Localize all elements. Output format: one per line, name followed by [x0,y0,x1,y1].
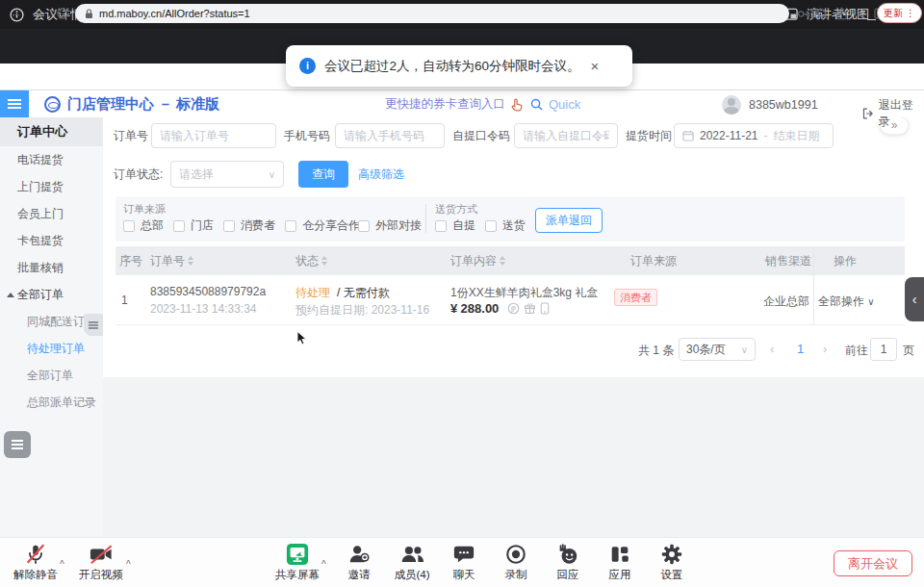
mic-options-icon[interactable]: ^ [60,559,64,570]
order-status-select[interactable]: 请选择 ∨ [170,161,284,188]
apps-button[interactable]: 应用 [592,541,648,585]
phone-icon[interactable] [540,302,550,315]
zoom-icon[interactable] [816,8,829,20]
th-index: 序号 [119,246,142,275]
chat-icon [452,543,475,566]
url-bar[interactable]: md.maboy.cn/AllOrder?status=1 [75,4,789,23]
promo-link[interactable]: 更快捷的券卡查询入口 [385,96,505,113]
page-size-select[interactable]: 30条/页 ∨ [679,338,756,361]
current-page[interactable]: 1 [797,342,804,356]
checkbox-icon[interactable] [435,220,447,232]
sidebar-item-phone-pickup[interactable]: 电话提货 [0,146,103,173]
checkbox-consumer[interactable]: 消费者 [223,217,275,234]
sidebar-item-door-pickup[interactable]: 上门提货 [0,173,103,200]
reactions-label: 回应 [557,568,579,582]
action-caret-icon: ∨ [867,296,874,307]
settings-button[interactable]: 设置 [644,541,700,585]
checkbox-icon[interactable] [358,220,370,232]
reload-icon[interactable] [56,7,69,20]
checkbox-icon[interactable] [123,220,135,232]
handle-lines-icon [89,324,98,326]
collapse-triangle-icon [7,293,14,297]
checkbox-self-pickup[interactable]: 自提 [435,217,475,234]
prev-page-icon[interactable]: ‹ [770,342,774,356]
status-placeholder: 请选择 [179,166,214,183]
quick-label[interactable]: Quick [549,97,580,112]
next-page-icon[interactable]: › [823,342,827,356]
quick-search-icon[interactable] [530,98,543,111]
members-button[interactable]: 成员(4) [384,541,440,585]
order-status-label: 订单状态: [114,161,163,188]
advanced-filter-link[interactable]: 高级筛选 [358,166,404,183]
row-action-dropdown[interactable]: 全部操作 ∨ [818,294,875,310]
bookmark-star-icon[interactable]: ☆ [855,5,867,22]
chrome-update-button[interactable]: 更新 ⋮ [877,3,922,23]
user-avatar[interactable] [722,95,741,115]
sidebar-group-all-orders[interactable]: 全部订单 [0,281,103,308]
back-icon[interactable]: ← [10,4,23,21]
checkbox-hq[interactable]: 总部 [123,217,164,234]
pickup-time-label: 提货时间 [626,123,672,148]
th-content[interactable]: 订单内容 [450,246,505,275]
th-channel: 销售渠道 [765,246,811,275]
sidebar-toggle-button[interactable] [0,90,29,117]
lock-icon [85,9,93,19]
row-content: 1份XX生鲜羊肉礼盒3kg 礼盒 [450,285,598,301]
sidebar-subitem-hq-dispatch-log[interactable]: 总部派单记录 [0,389,103,416]
checkbox-warehouse-share[interactable]: 仓分享合作 [285,217,360,234]
start-video-button[interactable]: 开启视频 [73,541,129,585]
chat-button[interactable]: 聊天 [436,541,492,585]
record-button[interactable]: 录制 [488,541,544,585]
checkbox-icon[interactable] [485,220,497,232]
reactions-button[interactable]: 回应 [540,541,596,585]
checkbox-icon[interactable] [285,220,296,232]
sort-icon[interactable] [188,256,193,266]
phone-input[interactable] [335,123,445,148]
floating-list-button[interactable] [4,431,31,458]
share-options-icon[interactable]: ^ [321,559,326,570]
checkbox-store[interactable]: 门店 [173,217,214,234]
members-label: 成员(4) [394,568,429,582]
th-status[interactable]: 状态 [295,246,327,275]
leave-meeting-button[interactable]: 离开会议 [834,550,912,576]
app-logo [44,96,61,113]
dispatch-return-button[interactable]: 派单退回 [535,208,603,233]
sidebar-item-member-visit[interactable]: 会员上门 [0,200,103,227]
forward-icon[interactable]: → [33,4,46,21]
browser-menu-icon[interactable]: ⋮ [906,8,915,18]
collapsed-video-panel-handle[interactable]: ‹ [905,277,924,321]
pickup-code-input[interactable] [514,123,618,148]
sidebar-drag-handle[interactable] [84,314,103,336]
gift-icon[interactable] [524,302,536,315]
video-options-icon[interactable]: ^ [126,559,131,570]
unmute-button[interactable]: 解除静音 [8,541,64,585]
banner-close-icon[interactable]: × [591,58,600,74]
sidebar-subitem-all-orders[interactable]: 全部订单 [0,362,103,389]
date-range-picker[interactable]: 2022-11-21 - 结束日期 [674,123,834,148]
checkbox-external[interactable]: 外部对接 [358,217,422,234]
share-icon[interactable] [835,7,848,20]
pointing-finger-icon [511,98,525,112]
checkbox-delivery[interactable]: 送货 [485,217,526,234]
checkbox-icon[interactable] [173,220,185,232]
password-key-icon[interactable] [797,8,809,20]
hamburger-icon [8,103,21,105]
sort-icon[interactable] [321,256,327,266]
page-size-value: 30条/页 [686,342,726,358]
goto-page-input[interactable] [870,338,897,361]
sort-icon[interactable] [500,256,505,266]
th-order-no[interactable]: 订单号 [150,246,193,275]
date-start-value[interactable]: 2022-11-21 [700,129,758,142]
search-button[interactable]: 查询 [298,161,348,188]
date-end-placeholder[interactable]: 结束日期 [774,128,820,144]
sidebar-item-batch-verify[interactable]: 批量核销 [0,254,103,281]
checkbox-icon[interactable] [223,220,235,232]
sidebar-subitem-pending-orders[interactable]: 待处理订单 [0,335,103,362]
share-screen-button[interactable]: 共享屏幕 [270,541,325,585]
order-no-input[interactable] [151,123,276,148]
logout-link[interactable]: 退出登录 [879,97,924,130]
sidebar-item-card-pickup[interactable]: 卡包提货 [0,227,103,254]
members-icon [399,543,425,566]
invite-button[interactable]: 邀请 [331,541,387,585]
note-icon[interactable] [507,302,520,315]
